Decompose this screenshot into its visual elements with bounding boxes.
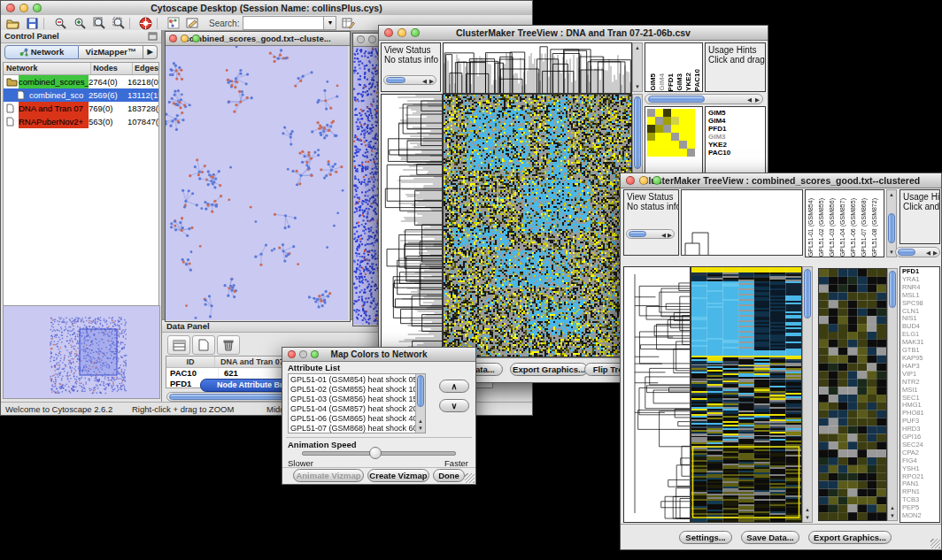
attribute-list-item[interactable]: GPL51-06 (GSM865) heat shock 40 min: [289, 414, 425, 424]
zoom-out-icon[interactable]: [52, 17, 67, 30]
treeview2-title: ClusterMaker TreeView : combined_scores_…: [642, 175, 920, 186]
tv1-row-label: PFD1: [708, 125, 765, 133]
tv1-row-label: GIM5: [708, 109, 765, 117]
close-button[interactable]: [6, 4, 15, 12]
attribute-list-item[interactable]: GPL51-01 (GSM854) heat shock 05 min: [289, 375, 425, 385]
birdseye-view[interactable]: [3, 305, 160, 399]
network-view-canvas[interactable]: [166, 46, 348, 320]
network-row[interactable]: RNAPuberNov2+563(0)107847(0): [4, 115, 158, 128]
tv2-column-labels: GPL51-01 (GSM854)GPL51-02 (GSM855)GPL51-…: [805, 189, 884, 257]
tv1-row-dendrogram[interactable]: [381, 94, 443, 357]
frame2-minimize-button[interactable]: [368, 35, 376, 43]
search-label: Search:: [209, 19, 239, 28]
tv2-vscrollbar[interactable]: ▲▼: [802, 266, 813, 523]
zoom-in-icon[interactable]: [72, 17, 87, 30]
matrix-cell: [663, 109, 671, 117]
network-nodes: 2764(0): [89, 75, 127, 88]
matrix-cell: [679, 125, 687, 133]
select-attributes-button[interactable]: [167, 335, 190, 355]
gene-label[interactable]: MON2: [900, 512, 939, 520]
tv2-close-button[interactable]: [626, 176, 635, 185]
treeview2-titlebar[interactable]: ClusterMaker TreeView : combined_scores_…: [621, 173, 941, 188]
col-nodes[interactable]: Nodes: [91, 63, 133, 74]
attribute-list-item[interactable]: GPL51-02 (GSM855) heat shock 10 min: [289, 385, 425, 395]
frame2-close-button[interactable]: [357, 35, 365, 43]
tv1-minimize-button[interactable]: [398, 28, 406, 37]
tv1-column-dendrogram[interactable]: [443, 42, 632, 94]
tv1-close-button[interactable]: [384, 28, 393, 37]
dialog-resize-grip[interactable]: [465, 473, 475, 483]
main-titlebar[interactable]: Cytoscape Desktop (Session Name: collins…: [1, 1, 532, 16]
dialog-minimize-button[interactable]: [299, 350, 307, 358]
col-network[interactable]: Network: [4, 63, 91, 74]
vizmapper-icon[interactable]: [166, 17, 181, 30]
zoom-button[interactable]: [33, 4, 42, 12]
tv2-column-dendrogram[interactable]: [681, 189, 803, 256]
treeview1-titlebar[interactable]: ClusterMaker TreeView : DNA and Tran 07-…: [379, 26, 768, 41]
zoom-fit-icon[interactable]: [91, 17, 106, 30]
animate-vizmap-button[interactable]: Animate Vizmap: [293, 469, 364, 482]
done-button[interactable]: Done: [433, 469, 465, 482]
attribute-list-item[interactable]: GPL51-03 (GSM856) heat shock 15 min: [289, 395, 425, 404]
tv2-minimize-button[interactable]: [639, 176, 648, 185]
frame1-zoom-button[interactable]: [192, 35, 200, 42]
tv1-status-scrollbar[interactable]: ◀▶: [383, 75, 436, 85]
tv2-heatmap[interactable]: [691, 266, 802, 523]
search-dropdown-button[interactable]: ▼: [324, 16, 336, 30]
frame1-minimize-button[interactable]: [181, 35, 189, 42]
tv1-top-scroll-strip[interactable]: ▲▼: [632, 42, 643, 92]
attribute-list-scrollbar[interactable]: ▲▼: [415, 374, 425, 433]
tv2-zoom-vscrollbar[interactable]: ▲▼: [887, 268, 898, 521]
tv2-usage-hscrollbar[interactable]: ◀▶: [895, 247, 940, 257]
delete-attribute-button[interactable]: [217, 335, 240, 355]
settings-button[interactable]: Settings...: [679, 531, 732, 544]
help-lifebuoy-icon[interactable]: [138, 17, 153, 30]
annotation-icon[interactable]: [185, 17, 200, 30]
dialog-zoom-button[interactable]: [311, 350, 319, 358]
zoom-selected-icon[interactable]: [111, 17, 126, 30]
tv2-zoom-button[interactable]: [652, 176, 661, 185]
network-row[interactable]: combined_scores_2764(0)16218(0): [4, 75, 158, 88]
minimize-button[interactable]: [19, 4, 28, 12]
float-panel-icon[interactable]: [148, 32, 158, 41]
export-graphics-button[interactable]: Export Graphics...: [510, 363, 588, 376]
col-edges[interactable]: Edges: [133, 63, 158, 74]
attribute-list-item[interactable]: GPL51-07 (GSM868) heat shock 60 min: [289, 424, 425, 433]
dialog-titlebar[interactable]: Map Colors to Network: [282, 348, 475, 362]
save-session-button[interactable]: [25, 17, 40, 30]
attribute-list-item[interactable]: GPL51-04 (GSM857) heat shock 20 min: [289, 404, 425, 414]
tv2-zoom-heatmap[interactable]: [818, 268, 887, 521]
move-down-button[interactable]: ∨: [439, 399, 469, 412]
attribute-list[interactable]: GPL51-01 (GSM854) heat shock 05 minGPL51…: [288, 373, 426, 433]
dialog-close-button[interactable]: [288, 350, 296, 358]
frame1-titlebar[interactable]: combined_scores_good.txt--cluste...: [166, 32, 350, 46]
network-row[interactable]: combined_sco2569(6)13112(15): [4, 88, 158, 102]
tv2-gene-list[interactable]: PFD1YRA1RNR4MSL1SPC98CLN1NIS1BUD4ELG1MAK…: [900, 266, 940, 523]
tab-overflow-arrow[interactable]: ▶: [143, 45, 158, 59]
dp-col-id[interactable]: ID: [166, 357, 215, 367]
network-name: RNAPuberNov2+: [19, 115, 89, 128]
search-input[interactable]: [243, 16, 324, 30]
tv2-row-dendrogram[interactable]: [623, 266, 691, 523]
tab-vizmapper[interactable]: VizMapper™: [79, 45, 143, 59]
create-vizmap-button[interactable]: Create Vizmap: [367, 469, 429, 482]
tv1-zoom-button[interactable]: [411, 28, 420, 37]
export-graphics-button[interactable]: Export Graphics...: [808, 531, 892, 544]
frame1-close-button[interactable]: [169, 35, 177, 42]
speed-slider-thumb[interactable]: [369, 447, 382, 459]
matrix-cell: [671, 125, 679, 133]
tv2-collabel-scrollbar[interactable]: ▲▼: [886, 189, 897, 257]
matrix-cell: [655, 117, 663, 125]
tv2-status-scrollbar[interactable]: ◀▶: [626, 229, 675, 239]
tab-network[interactable]: Network: [4, 45, 79, 59]
network-row[interactable]: DNA and Tran 07769(0)183728(0): [4, 102, 158, 115]
tv2-resize-grip[interactable]: [930, 539, 940, 548]
tv1-zoom-hscrollbar[interactable]: ◀▶: [645, 94, 763, 104]
attribute-browser-icon[interactable]: [341, 17, 356, 30]
tv2-col-label: GPL51-02 (GSM855): [818, 198, 829, 257]
new-attribute-button[interactable]: [192, 335, 215, 355]
save-data-button[interactable]: Save Data...: [741, 531, 799, 544]
tv1-heatmap[interactable]: [443, 94, 632, 357]
open-session-button[interactable]: [5, 17, 20, 30]
move-up-button[interactable]: ∧: [439, 380, 469, 393]
